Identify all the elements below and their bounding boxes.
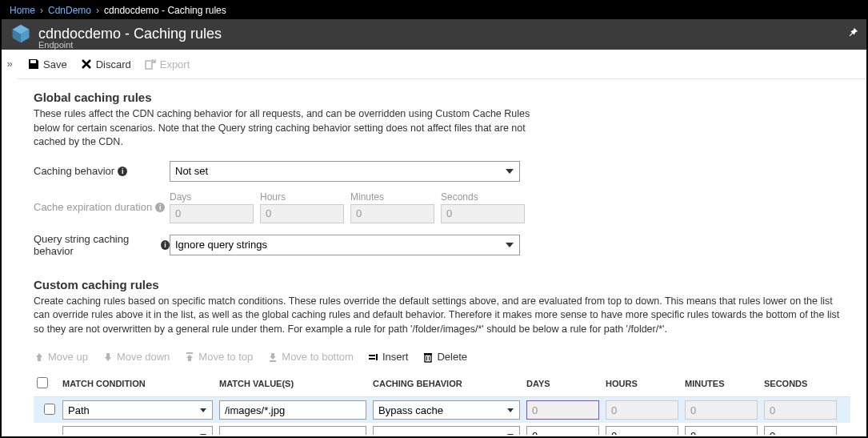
seconds-label: Seconds (441, 191, 525, 203)
row-checkbox[interactable] (44, 404, 55, 415)
close-icon (80, 58, 93, 70)
arrow-bottom-icon (267, 352, 278, 363)
trash-icon (422, 352, 434, 363)
command-bar: Save Discard Export (18, 50, 866, 79)
header-days: DAYS (526, 379, 606, 388)
rule-toolbar: Move up Move down Move to top Move to bo… (34, 351, 850, 363)
info-icon: i (155, 203, 165, 212)
minutes-label: Minutes (350, 191, 434, 203)
custom-section-title: Custom caching rules (34, 278, 850, 291)
svg-rect-3 (146, 61, 152, 69)
row-minutes-input (685, 400, 758, 420)
info-icon[interactable]: i (161, 240, 170, 250)
svg-rect-9 (424, 353, 432, 355)
expand-sidebar-icon[interactable]: » (2, 50, 18, 435)
query-caching-select[interactable]: Ignore query strings (170, 235, 520, 255)
minutes-input (350, 204, 434, 223)
arrow-down-icon (102, 352, 114, 363)
match-condition-select[interactable] (62, 426, 213, 435)
header-seconds: SECONDS (764, 379, 843, 388)
header-caching-behavior: CACHING BEHAVIOR (373, 379, 526, 388)
header-match-value: MATCH VALUE(S) (219, 379, 373, 388)
query-caching-label: Query string caching behavior i (34, 233, 170, 257)
days-input (170, 204, 254, 223)
svg-rect-11 (429, 356, 430, 360)
row-hours-input (606, 400, 678, 420)
save-button[interactable]: Save (27, 58, 67, 70)
move-up-button: Move up (34, 351, 88, 363)
expiration-label: Cache expiration duration i (34, 201, 170, 213)
insert-icon (368, 352, 379, 363)
header-match-condition: MATCH CONDITION (62, 379, 219, 388)
export-label: Export (160, 58, 190, 70)
hours-label: Hours (260, 191, 344, 203)
row-seconds-input (764, 400, 837, 420)
row-minutes-input[interactable] (685, 426, 758, 435)
chevron-right-icon: › (40, 5, 43, 16)
svg-rect-5 (270, 360, 276, 362)
endpoint-icon (10, 22, 32, 45)
svg-rect-6 (369, 355, 375, 356)
pin-icon[interactable] (847, 26, 858, 41)
breadcrumb: Home › CdnDemo › cdndocdemo - Caching ru… (2, 2, 866, 19)
svg-rect-8 (425, 355, 431, 362)
caching-behavior-label: Caching behavior i (34, 165, 170, 177)
svg-rect-4 (186, 352, 193, 354)
global-section-desc: These rules affect the CDN caching behav… (34, 107, 546, 150)
delete-button[interactable]: Delete (422, 351, 467, 363)
table-row[interactable]: Path Bypass cache (34, 397, 850, 423)
breadcrumb-home[interactable]: Home (10, 5, 35, 16)
move-top-button: Move to top (184, 351, 253, 363)
arrow-top-icon (184, 352, 195, 363)
arrow-up-icon (34, 352, 45, 363)
row-seconds-input[interactable] (764, 426, 837, 435)
match-value-input[interactable] (219, 400, 366, 420)
save-label: Save (43, 58, 67, 70)
discard-label: Discard (96, 58, 131, 70)
chevron-right-icon: › (96, 5, 99, 16)
hours-input (260, 204, 344, 223)
breadcrumb-current: cdndocdemo - Caching rules (104, 5, 226, 16)
discard-button[interactable]: Discard (80, 58, 131, 70)
row-hours-input[interactable] (606, 426, 678, 435)
caching-behavior-select[interactable] (373, 426, 520, 435)
resource-header: cdndocdemo - Caching rules Endpoint (2, 19, 866, 50)
header-hours: HOURS (606, 379, 685, 388)
row-days-input[interactable] (526, 426, 599, 435)
export-icon (144, 58, 157, 70)
match-condition-select[interactable]: Path (62, 400, 213, 420)
insert-button[interactable]: Insert (368, 351, 409, 363)
caching-behavior-select[interactable]: Bypass cache (373, 400, 520, 420)
table-row[interactable] (34, 423, 850, 435)
seconds-input (441, 204, 525, 223)
global-section-title: Global caching rules (34, 90, 850, 104)
info-icon[interactable]: i (118, 167, 127, 176)
caching-behavior-select[interactable]: Not set (170, 161, 520, 182)
move-bottom-button: Move to bottom (267, 351, 354, 363)
header-minutes: MINUTES (685, 379, 764, 388)
rules-table-header: MATCH CONDITION MATCH VALUE(S) CACHING B… (34, 371, 850, 397)
row-days-input (526, 400, 599, 420)
days-label: Days (170, 191, 254, 203)
svg-rect-7 (369, 358, 375, 360)
svg-rect-10 (426, 356, 427, 360)
move-down-button: Move down (102, 351, 170, 363)
save-icon (27, 58, 40, 70)
export-button: Export (144, 58, 190, 70)
custom-section-desc: Create caching rules based on specific m… (34, 295, 850, 337)
breadcrumb-profile[interactable]: CdnDemo (48, 5, 91, 16)
page-subtitle: Endpoint (38, 40, 73, 50)
match-value-input[interactable] (219, 426, 366, 435)
select-all-checkbox[interactable] (37, 377, 48, 388)
